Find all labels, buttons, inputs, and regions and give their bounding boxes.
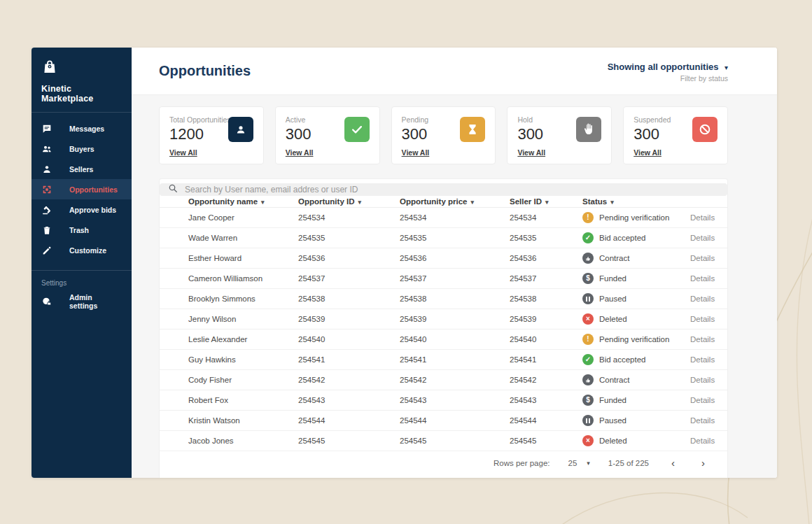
details-label: Details — [690, 315, 715, 323]
opportunity-price-cell: 254540 — [400, 335, 510, 344]
sidebar-item-label: Customize — [69, 246, 106, 255]
opportunity-name-cell: Jenny Wilson — [188, 315, 298, 323]
view-all-link[interactable]: View All — [634, 148, 662, 157]
sidebar-item-opportunities[interactable]: Opportunities — [31, 179, 132, 199]
blocked-icon — [692, 117, 718, 142]
app-window: Kinetic Marketplace Messages Buyers Sell… — [31, 48, 777, 478]
details-button[interactable]: Details › — [690, 437, 728, 446]
details-button[interactable]: Details › — [690, 254, 728, 263]
view-all-link[interactable]: View All — [402, 148, 430, 157]
status-cell: ! Pending verification — [582, 212, 690, 223]
table-header-row: Opportunity name▾Opportunity ID▾Opportun… — [160, 196, 727, 208]
sidebar-item-label: Sellers — [69, 165, 93, 174]
seller-icon — [41, 164, 52, 175]
shopping-bag-icon — [41, 59, 58, 76]
status-paused-icon — [582, 415, 594, 426]
sidebar-item-approve-bids[interactable]: Approve bids — [31, 199, 132, 220]
stat-card-suspended: Suspended 300 View All — [623, 106, 728, 164]
check-icon — [344, 117, 370, 142]
view-all-link[interactable]: View All — [169, 148, 197, 157]
chevron-right-icon: › — [727, 274, 728, 283]
table-row[interactable]: Kristin Watson 254544 254544 254544 Paus… — [160, 411, 727, 431]
table-row[interactable]: Esther Howard 254536 254536 254536 Contr… — [160, 248, 727, 269]
opportunity-name-cell: Robert Fox — [188, 396, 298, 404]
seller-id-cell: 254542 — [510, 376, 582, 384]
details-button[interactable]: Details › — [690, 335, 728, 344]
sidebar-item-customize[interactable]: Customize — [31, 240, 132, 260]
table-row[interactable]: Jenny Wilson 254539 254539 254539 × Dele… — [160, 309, 727, 330]
previous-page-button[interactable]: ‹ — [667, 458, 679, 468]
sidebar-item-buyers[interactable]: Buyers — [31, 139, 132, 159]
status-filter-sublabel: Filter by status — [608, 74, 728, 83]
table-row[interactable]: Cody Fisher 254542 254542 254542 Contrac… — [160, 370, 727, 390]
sidebar-item-admin-settings[interactable]: Admin settings — [31, 291, 132, 311]
view-all-link[interactable]: View All — [517, 148, 545, 157]
table-row[interactable]: Brooklyn Simmons 254538 254538 254538 Pa… — [160, 289, 727, 309]
details-button[interactable]: Details › — [690, 274, 728, 283]
details-button[interactable]: Details › — [690, 376, 728, 385]
sidebar-item-sellers[interactable]: Sellers — [31, 159, 132, 179]
pencil-icon — [41, 245, 52, 256]
chevron-right-icon: › — [727, 295, 728, 304]
trash-icon — [41, 225, 52, 236]
opportunity-name-cell: Esther Howard — [188, 254, 298, 262]
chevron-right-icon: › — [727, 416, 728, 425]
details-button[interactable]: Details › — [690, 295, 728, 304]
column-header-seller-id[interactable]: Seller ID▾ — [510, 197, 582, 206]
page-header: Opportunities Showing all opportunities … — [132, 48, 777, 95]
details-button[interactable]: Details › — [690, 315, 728, 324]
rows-per-page-select[interactable]: 25 ▾ — [568, 459, 589, 467]
chevron-down-icon: ▾ — [587, 460, 590, 467]
table-row[interactable]: Jane Cooper 254534 254534 254534 ! Pendi… — [160, 208, 727, 228]
sort-caret-icon: ▾ — [261, 199, 265, 206]
table-row[interactable]: Cameron Williamson 254537 254537 254537 … — [160, 269, 727, 289]
status-deleted-icon: × — [582, 435, 594, 446]
seller-id-cell: 254540 — [510, 335, 582, 344]
opportunity-price-cell: 254537 — [400, 274, 510, 283]
table-row[interactable]: Wade Warren 254535 254535 254535 ✓ Bid a… — [160, 228, 727, 248]
sidebar-item-label: Approve bids — [69, 206, 116, 214]
sort-caret-icon: ▾ — [470, 199, 474, 206]
details-button[interactable]: Details › — [690, 396, 728, 405]
details-button[interactable]: Details › — [690, 234, 728, 243]
sidebar-item-label: Opportunities — [69, 185, 118, 194]
page-title: Opportunities — [159, 63, 251, 79]
search-input[interactable] — [185, 185, 719, 194]
status-contract-icon — [582, 374, 594, 385]
next-page-button[interactable]: › — [697, 458, 709, 468]
seller-id-cell: 254544 — [510, 416, 582, 425]
message-icon — [41, 123, 52, 134]
chevron-right-icon: › — [727, 437, 728, 446]
opportunity-id-cell: 254539 — [298, 315, 400, 323]
status-label: Contract — [599, 254, 629, 262]
sidebar-item-trash[interactable]: Trash — [31, 220, 132, 240]
table-row[interactable]: Guy Hawkins 254541 254541 254541 ✓ Bid a… — [160, 350, 727, 370]
table-row[interactable]: Leslie Alexander 254540 254540 254540 ! … — [160, 330, 727, 350]
column-header-opportunity-price[interactable]: Opportunity price▾ — [400, 197, 510, 206]
status-pending-icon: ! — [582, 212, 594, 223]
settings-section-label: Settings — [31, 271, 132, 291]
status-label: Paused — [599, 416, 626, 425]
opportunity-name-cell: Leslie Alexander — [188, 335, 298, 344]
stat-card-total-opportunities: Total Opportunities 1200 View All — [159, 106, 264, 164]
opportunity-name-cell: Jacob Jones — [188, 437, 298, 445]
table-row[interactable]: Jacob Jones 254545 254545 254545 × Delet… — [160, 431, 727, 451]
details-button[interactable]: Details › — [690, 213, 728, 222]
sidebar-item-messages[interactable]: Messages — [31, 118, 132, 139]
details-button[interactable]: Details › — [690, 355, 728, 364]
status-filter-dropdown[interactable]: Showing all opportunities ▾ Filter by st… — [608, 60, 728, 83]
column-header-status[interactable]: Status▾ — [582, 197, 690, 206]
chevron-right-icon: › — [727, 254, 728, 263]
search-bar[interactable] — [160, 183, 727, 196]
details-button[interactable]: Details › — [690, 416, 728, 425]
opportunity-id-cell: 254540 — [298, 335, 400, 344]
sort-caret-icon: ▾ — [545, 199, 549, 206]
column-header-opportunity-id[interactable]: Opportunity ID▾ — [298, 197, 400, 206]
view-all-link[interactable]: View All — [286, 148, 314, 157]
opportunity-name-cell: Jane Cooper — [188, 213, 298, 222]
table-row[interactable]: Robert Fox 254543 254543 254543 $ Funded… — [160, 390, 727, 411]
column-header-opportunity-name[interactable]: Opportunity name▾ — [188, 197, 298, 206]
chevron-right-icon: › — [727, 355, 728, 364]
chevron-right-icon: › — [727, 335, 728, 344]
details-label: Details — [690, 335, 715, 344]
